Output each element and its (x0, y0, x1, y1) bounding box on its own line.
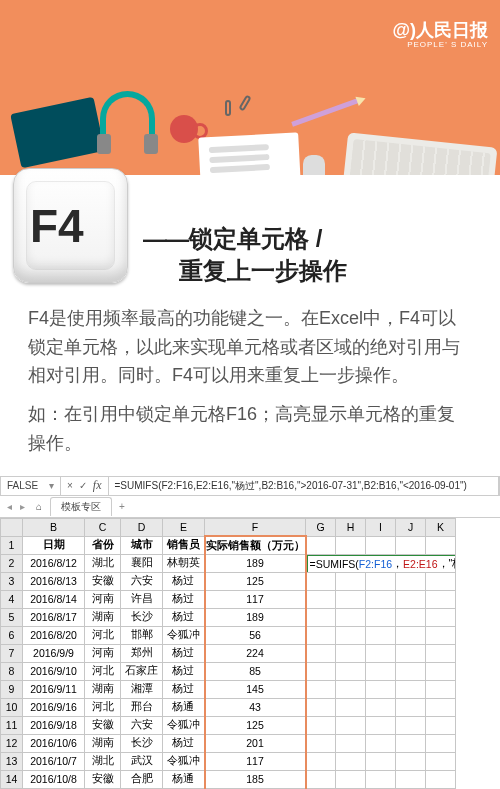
cell[interactable]: 令狐冲 (163, 716, 205, 734)
cell[interactable]: 2016/10/6 (23, 734, 85, 752)
cell[interactable]: 销售员 (163, 536, 205, 554)
row-header[interactable]: 4 (1, 590, 23, 608)
cell[interactable]: 邢台 (121, 698, 163, 716)
cell[interactable]: 杨通 (163, 770, 205, 788)
col-header[interactable]: D (121, 518, 163, 536)
fx-icon[interactable]: fx (93, 478, 102, 493)
cell[interactable]: 杨过 (163, 680, 205, 698)
col-header[interactable]: E (163, 518, 205, 536)
spreadsheet-grid[interactable]: B C D E F G H I J K 1日期省份城市销售员实际销售额（万元）2… (0, 518, 456, 789)
col-header[interactable]: J (396, 518, 426, 536)
confirm-icon[interactable]: ✓ (79, 480, 87, 491)
cell[interactable]: 2016/8/13 (23, 572, 85, 590)
cell[interactable]: 2016/9/18 (23, 716, 85, 734)
cell[interactable]: 省份 (85, 536, 121, 554)
cell[interactable]: 189 (205, 608, 306, 626)
cell[interactable]: 56 (205, 626, 306, 644)
cell[interactable]: 杨过 (163, 590, 205, 608)
cell[interactable]: 杨过 (163, 662, 205, 680)
col-header[interactable]: I (366, 518, 396, 536)
row-header[interactable]: 7 (1, 644, 23, 662)
cancel-icon[interactable]: × (67, 480, 73, 491)
sheet-tab[interactable]: 模板专区 (50, 497, 112, 516)
formula-input[interactable]: =SUMIFS(F2:F16,E2:E16,"杨过",B2:B16,">2016… (109, 477, 499, 495)
col-header[interactable]: H (336, 518, 366, 536)
cell[interactable]: 湖北 (85, 752, 121, 770)
cell[interactable]: 杨通 (163, 698, 205, 716)
name-box[interactable]: FALSE▾ (1, 477, 61, 495)
cell[interactable]: 安徽 (85, 770, 121, 788)
cell[interactable]: 185 (205, 770, 306, 788)
cell[interactable]: 2016/8/12 (23, 554, 85, 572)
cell[interactable]: 武汉 (121, 752, 163, 770)
cell[interactable]: 224 (205, 644, 306, 662)
cell[interactable]: 合肥 (121, 770, 163, 788)
col-header[interactable]: B (23, 518, 85, 536)
cell[interactable]: 145 (205, 680, 306, 698)
cell[interactable]: 河南 (85, 644, 121, 662)
row-header[interactable]: 1 (1, 536, 23, 554)
cell[interactable]: 湖北 (85, 554, 121, 572)
home-icon[interactable]: ⌂ (30, 497, 48, 515)
cell[interactable]: 杨过 (163, 734, 205, 752)
row-header[interactable]: 13 (1, 752, 23, 770)
cell[interactable]: 2016/9/11 (23, 680, 85, 698)
cell[interactable]: 许昌 (121, 590, 163, 608)
select-all-cell[interactable] (1, 518, 23, 536)
cell[interactable]: 湖南 (85, 680, 121, 698)
cell[interactable]: 令狐冲 (163, 752, 205, 770)
editing-cell[interactable]: =SUMIFS(F2:F16，E2:E16，"杨过"，B2:B16，">201 (306, 554, 456, 572)
row-header[interactable]: 6 (1, 626, 23, 644)
cell[interactable]: 201 (205, 734, 306, 752)
col-header[interactable]: F (205, 518, 306, 536)
cell[interactable]: 河北 (85, 626, 121, 644)
row-header[interactable]: 12 (1, 734, 23, 752)
cell[interactable]: 2016/9/16 (23, 698, 85, 716)
cell[interactable]: 杨过 (163, 644, 205, 662)
cell[interactable]: 实际销售额（万元） (205, 536, 306, 554)
cell[interactable]: 125 (205, 716, 306, 734)
row-header[interactable]: 3 (1, 572, 23, 590)
cell[interactable]: 43 (205, 698, 306, 716)
cell[interactable]: 河北 (85, 662, 121, 680)
row-header[interactable]: 5 (1, 608, 23, 626)
cell[interactable]: 日期 (23, 536, 85, 554)
cell[interactable]: 长沙 (121, 734, 163, 752)
col-header[interactable]: G (306, 518, 336, 536)
cell[interactable]: 117 (205, 752, 306, 770)
cell[interactable]: 邯郸 (121, 626, 163, 644)
cell[interactable]: 六安 (121, 572, 163, 590)
row-header[interactable]: 14 (1, 770, 23, 788)
cell[interactable]: 2016/10/7 (23, 752, 85, 770)
cell[interactable]: 湘潭 (121, 680, 163, 698)
row-header[interactable]: 10 (1, 698, 23, 716)
tab-nav-next-icon[interactable]: ▸ (17, 501, 28, 512)
cell[interactable]: 85 (205, 662, 306, 680)
cell[interactable]: 河南 (85, 590, 121, 608)
row-header[interactable]: 11 (1, 716, 23, 734)
cell[interactable]: 令狐冲 (163, 626, 205, 644)
cell[interactable]: 安徽 (85, 716, 121, 734)
cell[interactable]: 安徽 (85, 572, 121, 590)
cell[interactable]: 湖南 (85, 734, 121, 752)
cell[interactable]: 湖南 (85, 608, 121, 626)
cell[interactable]: 2016/8/17 (23, 608, 85, 626)
col-header[interactable]: K (426, 518, 456, 536)
cell[interactable]: 2016/8/14 (23, 590, 85, 608)
cell[interactable]: 125 (205, 572, 306, 590)
add-sheet-icon[interactable]: + (114, 501, 130, 512)
cell[interactable]: 长沙 (121, 608, 163, 626)
cell[interactable]: 六安 (121, 716, 163, 734)
cell[interactable]: 杨过 (163, 608, 205, 626)
cell[interactable]: 石家庄 (121, 662, 163, 680)
cell[interactable]: 117 (205, 590, 306, 608)
cell[interactable]: 林朝英 (163, 554, 205, 572)
cell[interactable]: 2016/10/8 (23, 770, 85, 788)
cell[interactable]: 2016/8/20 (23, 626, 85, 644)
col-header[interactable]: C (85, 518, 121, 536)
row-header[interactable]: 9 (1, 680, 23, 698)
cell[interactable]: 襄阳 (121, 554, 163, 572)
row-header[interactable]: 8 (1, 662, 23, 680)
cell[interactable]: 郑州 (121, 644, 163, 662)
cell[interactable]: 2016/9/10 (23, 662, 85, 680)
